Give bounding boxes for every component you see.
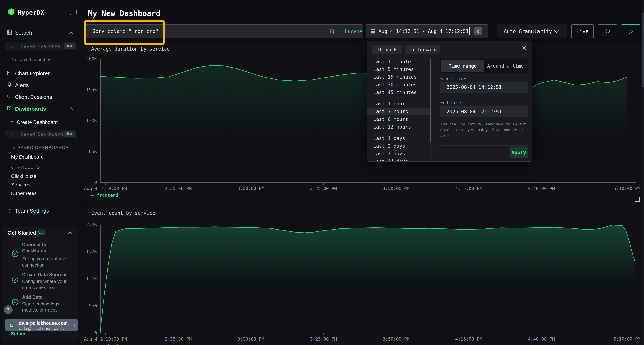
gs-item-desc: Set up your database connection [22, 256, 68, 268]
divider [371, 98, 426, 98]
sql-toggle[interactable]: SQL [328, 28, 337, 34]
sidebar-item-dashboards[interactable]: Dashboards [15, 106, 46, 112]
get-started-progress-badge: 3/3 [36, 229, 46, 235]
end-time-input[interactable]: 2025-08-04 17:12:51 [440, 106, 528, 117]
saved-dashboards-input[interactable]: Saved Dashboards ⌘K [5, 130, 77, 138]
search-section-chevron-up-icon[interactable] [68, 31, 74, 37]
mode-tabs: Time range Around a time [440, 59, 528, 73]
granularity-value: Auto Granularity [504, 28, 552, 34]
quick-range-option[interactable]: Last 30 minutes [368, 81, 430, 88]
create-dashboard-button[interactable]: Create Dashboard [17, 119, 58, 125]
y-tick-label: 130K [76, 118, 97, 123]
sidebar-item-chart-explorer[interactable]: Chart Explorer [15, 70, 50, 76]
quick-range-option[interactable]: Last 15 minutes [368, 73, 430, 81]
user-email: dale@clickhouse.com [19, 321, 68, 326]
y-tick-mark [98, 306, 100, 306]
x-tick-label: 3:50:00 PM [371, 337, 421, 342]
shift-back-button[interactable]: 1h back [372, 45, 402, 54]
quick-range-option[interactable]: Last 45 minutes [368, 88, 430, 96]
y-tick-label: 1.7K [76, 249, 97, 254]
legend-label: frontend [96, 343, 118, 345]
shift-forward-button[interactable]: 1h forward [405, 45, 440, 54]
quick-range-option[interactable]: Last 1 days [368, 134, 430, 142]
search-icon [9, 132, 14, 137]
get-started-chevron-up-icon[interactable] [68, 232, 72, 236]
lucene-toggle[interactable]: Lucene [345, 28, 362, 34]
start-time-input[interactable]: 2025-08-04 14:12:51 [440, 81, 528, 93]
check-circle-icon [12, 250, 18, 257]
check-circle-icon [12, 299, 18, 306]
dashboards-chevron-up-icon[interactable] [68, 107, 74, 113]
quick-range-option[interactable]: Last 12 hours [368, 123, 430, 131]
d-shortcut-badge: d [474, 27, 482, 35]
close-icon[interactable]: × [522, 43, 526, 52]
x-tick-mark [323, 183, 324, 185]
gs-item-title[interactable]: Add Data [22, 294, 67, 300]
sidebar-item-search[interactable]: Search [15, 30, 32, 36]
plus-icon: + [10, 118, 14, 125]
sidebar-item-clickhouse[interactable]: ClickHouse [11, 173, 36, 179]
x-tick-label: 3:50:00 PM [371, 186, 421, 191]
quick-range-option[interactable]: Last 5 minutes [368, 65, 430, 73]
saved-dashboards-section-chevron-icon[interactable] [11, 146, 15, 149]
sidebar-item-team-settings[interactable]: Team Settings [15, 208, 49, 214]
setup-link-fragment[interactable]: Set up! [11, 331, 27, 337]
quick-range-option[interactable]: Last 1 minute [368, 58, 430, 65]
gs-item-title[interactable]: Create Data Sources [22, 272, 83, 278]
tab-time-range[interactable]: Time range [441, 60, 484, 72]
refresh-button[interactable]: ↻ [598, 24, 617, 38]
tab-around-a-time[interactable]: Around a time [484, 60, 527, 72]
quick-range-option[interactable]: Last 7 days [368, 150, 430, 157]
sidebar-item-services[interactable]: Services [11, 182, 30, 188]
user-menu[interactable]: D dale@clickhouse.com dale@clickhouse.co… [5, 319, 78, 331]
text-cursor [469, 27, 470, 35]
gs-item-desc: Configure where your data comes from [22, 278, 68, 291]
x-tick-label: 4:40:00 PM [516, 186, 566, 191]
help-button[interactable]: ? [4, 306, 12, 314]
quick-range-option[interactable]: Last 14 days [368, 157, 430, 161]
sidebar-item-kubernetes[interactable]: Kubernetes [11, 191, 37, 196]
panel-resize-handle[interactable] [635, 197, 640, 202]
legend-item-frontend[interactable]: — frontend [91, 343, 118, 345]
quick-range-option[interactable]: Last 1 hour [368, 100, 430, 108]
x-tick-label: 2:35:00 PM [153, 337, 203, 342]
y-tick-label: 0 [76, 330, 97, 336]
end-time-label: End time [440, 100, 461, 105]
x-tick-mark [627, 183, 627, 185]
sidebar-collapse-icon[interactable] [70, 10, 76, 15]
apply-button[interactable]: Apply [510, 147, 528, 158]
run-query-button[interactable]: ▷ [621, 24, 641, 38]
saved-searches-input[interactable]: Saved Searches ⌘K [5, 42, 77, 50]
y-tick-mark [98, 252, 100, 252]
live-button[interactable]: Live [571, 24, 594, 38]
y-tick-label: 65K [76, 149, 97, 154]
x-tick-label: 3:25:00 PM [298, 337, 348, 342]
page-scrollbar-thumb[interactable] [642, 12, 644, 88]
line-chart-frontend[interactable] [100, 225, 636, 333]
presets-section-chevron-icon[interactable] [11, 165, 15, 169]
natural-language-note: You can use natural language to select d… [440, 121, 530, 139]
scrollbar-thumb[interactable] [430, 58, 431, 142]
legend-item-frontend[interactable]: — frontend [91, 193, 118, 198]
quick-range-option[interactable]: Last 3 hours [368, 108, 430, 115]
x-tick-mark [323, 333, 324, 335]
x-tick-mark [541, 183, 542, 185]
lang-divider: | [340, 28, 342, 34]
sidebar-item-client-sessions[interactable]: Client Sessions [15, 94, 52, 100]
saved-searches-placeholder: Saved Searches [21, 44, 60, 49]
chart-title: Event count by service [91, 210, 155, 216]
granularity-select[interactable]: Auto Granularity [497, 24, 567, 38]
gs-item-title[interactable]: Connect to ClickHouse [22, 242, 67, 254]
y-tick-label: 550 [76, 303, 97, 308]
sidebar-item-alerts[interactable]: Alerts [15, 82, 29, 88]
quick-range-option[interactable]: Last 6 hours [368, 115, 430, 123]
x-tick-label: 5:10:00 PM [602, 337, 644, 342]
quick-range-option[interactable]: Last 2 days [368, 142, 430, 150]
cmd-k-shortcut: ⌘K [64, 131, 75, 137]
x-tick-label: 4:15:00 PM [444, 186, 494, 191]
section-saved-dashboards[interactable]: SAVED DASHBOARDS [18, 145, 69, 150]
legend-dash-icon: — [91, 343, 94, 345]
sidebar-item-my-dashboard[interactable]: My Dashboard [11, 154, 44, 160]
page-title: My New Dashboard [88, 9, 160, 18]
section-presets[interactable]: PRESETS [18, 165, 40, 170]
